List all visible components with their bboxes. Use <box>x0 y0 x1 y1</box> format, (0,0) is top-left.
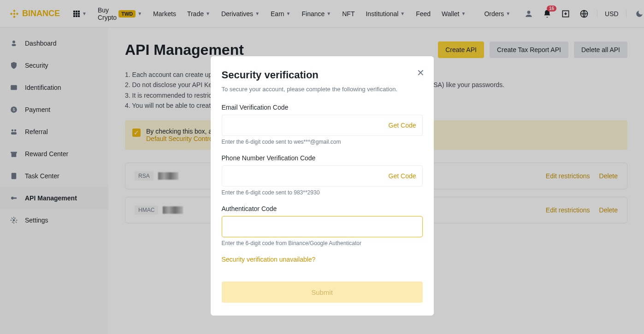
authenticator-code-input[interactable] <box>222 216 423 237</box>
security-verification-modal: ✕ Security verification To secure your a… <box>211 56 434 316</box>
modal-overlay: ✕ Security verification To secure your a… <box>0 0 644 334</box>
email-code-label: Email Verification Code <box>222 104 423 111</box>
modal-title: Security verification <box>222 69 423 81</box>
close-icon[interactable]: ✕ <box>417 67 425 78</box>
verification-unavailable-link[interactable]: Security verification unavailable? <box>222 256 423 263</box>
authenticator-code-hint: Enter the 6-digit code from Binance/Goog… <box>222 240 423 246</box>
get-email-code-button[interactable]: Get Code <box>389 122 416 129</box>
modal-subtitle: To secure your account, please complete … <box>222 86 423 93</box>
authenticator-code-label: Authenticator Code <box>222 205 423 212</box>
phone-code-hint: Enter the 6-digit code sent to 983**2930 <box>222 189 423 196</box>
email-code-hint: Enter the 6-digit code sent to wes***@gm… <box>222 139 423 145</box>
phone-code-label: Phone Number Verification Code <box>222 154 423 162</box>
get-phone-code-button[interactable]: Get Code <box>389 172 416 180</box>
submit-button[interactable]: Submit <box>222 281 423 303</box>
